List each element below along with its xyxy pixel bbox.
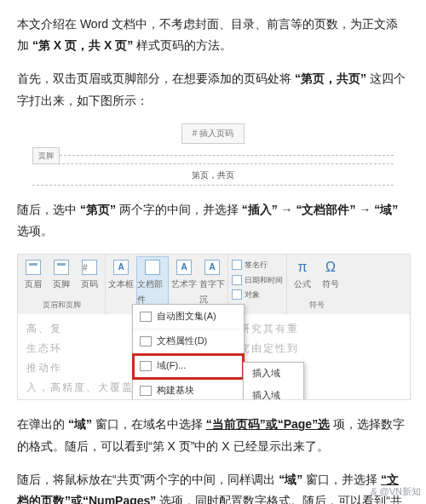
doc-property-icon [140,336,152,346]
ribbon-btn-quick-parts[interactable]: 文档部件 [136,256,169,311]
dropdown-item-autotext[interactable]: 自动图文集(A) [133,305,244,329]
bg-text: 高、复 [26,323,62,335]
arrow: → [281,203,293,216]
bold-text: “第页，共页” [295,72,366,85]
label: 对象 [245,288,260,301]
submenu-item-insert-field-2[interactable]: 插入域 [244,385,303,400]
text: 在弹出的 [17,417,65,431]
bg-text: 推动作 [26,362,62,374]
figure-ribbon-dropdown: 页眉 页脚 # 页码 页眉和页脚 文本框 [17,254,411,400]
paragraph-step2: 随后，选中 “第页” 两个字的中间，并选择 “插入” → “文档部件” → “域… [17,199,409,242]
ribbon-btn-object[interactable]: 对象 [232,288,283,301]
ribbon-btn-page-number[interactable]: # 页码 [77,256,102,292]
ribbon-btn-header[interactable]: 页眉 [20,256,46,292]
group-label: 页眉和页脚 [43,296,81,314]
label: 页眉 [25,277,42,292]
footer-tag: 页脚 [32,147,60,164]
text: 窗口，并选择 [306,472,377,486]
text: 两个字的中间，并选择 [119,203,239,216]
text: 选项。 [17,224,53,238]
bold-text: “文档部件” [296,203,355,216]
label: 页码 [81,277,98,292]
dropdown-item-building-blocks[interactable]: 构建基块 [133,379,244,401]
insert-page-code-button[interactable]: # 插入页码 [181,123,245,144]
dropdown-item-doc-property[interactable]: 文档属性(D) [133,329,244,354]
arrow: → [359,203,371,216]
page-header-icon [26,260,41,275]
wordart-icon [176,260,192,275]
page-footer-icon [54,260,69,275]
ribbon-btn-datetime[interactable]: 日期和时间 [232,273,283,287]
paragraph-step3: 在弹出的 “域” 窗口，在域名中选择 “当前页码”或“Page”选 项，选择数字… [17,414,409,456]
ribbon-btn-symbol[interactable]: Ω 符号 [318,256,343,292]
label: 首字下沉 [199,277,225,307]
textbox-icon [113,260,129,275]
ribbon-btn-signature[interactable]: 签名行 [232,258,283,272]
ribbon-btn-wordart[interactable]: 艺术字 [171,256,197,311]
ribbon-group-symbols: π 公式 Ω 符号 符号 [287,255,346,314]
paragraph-intro: 本文介绍在 Word 文档中，不考虑封面、目录、前言等的页数，为正文添加 “第 … [17,14,409,56]
label: 页脚 [53,277,70,292]
submenu-item-insert-field-1[interactable]: 插入域 [244,363,303,385]
field-icon [140,361,152,371]
ribbon-btn-equation[interactable]: π 公式 [290,256,315,292]
field-submenu: 插入域 插入域 [243,362,304,400]
text: 样式页码的方法。 [136,38,232,52]
equation-icon: π [295,260,310,275]
label: 公式 [294,277,311,292]
bold-text: “第页” [80,203,116,216]
label: 艺术字 [171,277,197,292]
autotext-icon [140,312,152,322]
label: 文档属性(D) [157,333,207,350]
watermark: & @VN新知 [371,484,421,501]
text: 随后，选中 [17,203,77,216]
dropcap-icon [204,260,220,275]
bold-text: “域” [279,472,302,486]
group-label: 符号 [309,296,325,314]
footer-center-text: 第页，共页 [32,163,393,186]
label: 符号 [322,277,339,292]
label: 日期和时间 [245,273,283,287]
symbol-icon: Ω [323,260,338,275]
quick-parts-dropdown: 自动图文集(A) 文档属性(D) 域(F)... 构建基块 将所选内 [132,304,245,400]
label: 自动图文集(A) [157,308,216,325]
text: 首先，双击页眉或页脚部分，在想要添加的页码处将 [17,72,291,85]
figure-header-footer: # 插入页码 页脚 第页，共页 [32,123,393,186]
ribbon-btn-footer[interactable]: 页脚 [49,256,74,292]
bold-text: “域” [68,417,92,431]
bold-text: “域” [374,203,398,216]
object-icon [232,289,242,300]
signature-icon [232,260,242,270]
bg-text: 生态环 [26,342,62,354]
paragraph-step1: 首先，双击页眉或页脚部分，在想要添加的页码处将 “第页，共页” 这四个字打出来，… [17,68,409,111]
quick-parts-icon [145,260,160,275]
label: 域(F)... [157,358,186,375]
text: 窗口，在域名中选择 [95,417,203,431]
label: 签名行 [245,258,268,272]
ribbon-group-header-footer: 页眉 页脚 # 页码 页眉和页脚 [18,255,106,314]
text: 随后，将鼠标放在“共页”两个字的中间，同样调出 [17,472,275,486]
label: 构建基块 [157,382,194,399]
paragraph-step4: 随后，将鼠标放在“共页”两个字的中间，同样调出 “域” 窗口，并选择 “文档的页… [17,469,409,504]
label: 文档部件 [137,277,168,307]
page-number-icon: # [82,260,97,275]
datetime-icon [232,275,242,285]
dropdown-item-field[interactable]: 域(F)... [133,354,244,379]
bold-text: “第 X 页，共 X 页” [32,38,133,52]
label: 文本框 [108,277,134,292]
building-blocks-icon [140,386,152,396]
bold-text: “插入” [242,203,278,216]
ribbon-btn-dropcap[interactable]: 首字下沉 [199,256,225,311]
underline-text: “当前页码”或“Page”选 [206,417,330,431]
ribbon-btn-textbox[interactable]: 文本框 [108,256,134,311]
dashed-line [60,155,393,156]
